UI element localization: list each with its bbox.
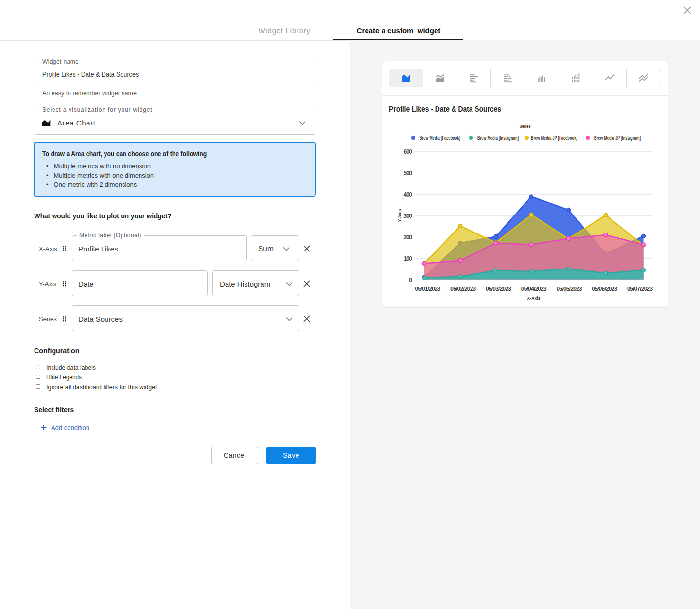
svg-text:Brew Media [Facebook]: Brew Media [Facebook] xyxy=(420,135,460,141)
svg-text:05/07/2023: 05/07/2023 xyxy=(627,286,653,292)
svg-text:05/01/2023: 05/01/2023 xyxy=(415,286,441,292)
svg-text:200: 200 xyxy=(404,234,413,241)
svg-text:05/05/2023: 05/05/2023 xyxy=(557,286,582,292)
svg-text:500: 500 xyxy=(404,170,413,177)
svg-text:100: 100 xyxy=(404,255,413,262)
svg-text:05/06/2023: 05/06/2023 xyxy=(592,286,617,292)
svg-text:600: 600 xyxy=(404,148,413,155)
svg-text:Y-Axis: Y-Axis xyxy=(397,209,402,222)
svg-text:X-Axis: X-Axis xyxy=(527,295,541,301)
svg-text:0: 0 xyxy=(409,277,412,284)
svg-text:400: 400 xyxy=(404,191,413,198)
svg-text:Series: Series xyxy=(520,124,531,129)
svg-text:300: 300 xyxy=(404,213,413,219)
svg-text:Brew Media JP [Facebook]: Brew Media JP [Facebook] xyxy=(531,135,578,141)
svg-text:Brew Media JP [Instagram]: Brew Media JP [Instagram] xyxy=(594,135,641,141)
svg-text:05/02/2023: 05/02/2023 xyxy=(450,286,476,292)
svg-text:Brew Media [Instagram]: Brew Media [Instagram] xyxy=(477,135,519,141)
svg-text:05/03/2023: 05/03/2023 xyxy=(486,286,511,292)
svg-text:05/04/2023: 05/04/2023 xyxy=(521,286,547,292)
